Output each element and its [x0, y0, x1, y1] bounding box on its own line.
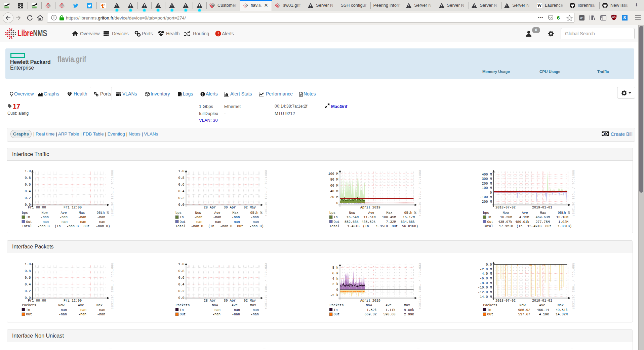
svg-text:Total: Total	[175, 225, 186, 228]
svg-text:Max: Max	[558, 304, 564, 307]
svg-text:RRDTOOL / TOBI OETIKER: RRDTOOL / TOBI OETIKER	[264, 263, 267, 310]
svg-text:RRDTOOL / TOBI OETIKER: RRDTOOL / TOBI OETIKER	[571, 263, 575, 310]
svg-text:-nan B: -nan B	[191, 225, 203, 228]
svg-text:Packets: Packets	[22, 304, 36, 307]
svg-text:Out: Out	[180, 220, 186, 224]
svg-text:-nan: -nan	[232, 313, 240, 316]
svg-text:RRDTOOL / TOBI OETIKER: RRDTOOL / TOBI OETIKER	[418, 170, 421, 217]
svg-text:Fri 00:00: Fri 00:00	[28, 299, 46, 303]
svg-text:485.52k: 485.52k	[361, 220, 375, 224]
svg-text:Ave: Ave	[386, 304, 392, 307]
svg-text:Max: Max	[404, 304, 410, 307]
svg-text:17.32TB: 17.32TB	[499, 225, 513, 228]
svg-text:1.35TB: 1.35TB	[376, 225, 388, 228]
svg-text:bps: bps	[175, 211, 182, 215]
svg-text:986.92: 986.92	[518, 308, 530, 312]
svg-text:2019-01-01: 2019-01-01	[532, 206, 552, 209]
svg-text:11.51M: 11.51M	[363, 216, 375, 219]
svg-text:2019-01-01: 2019-01-01	[532, 299, 552, 303]
svg-text:6 k: 6 k	[332, 272, 338, 275]
svg-text:Out: Out	[26, 313, 32, 316]
svg-text:æ: æ	[580, 16, 583, 20]
svg-text:Now: Now	[212, 304, 218, 307]
svg-text:20 M: 20 M	[330, 195, 338, 199]
svg-text:100 M: 100 M	[328, 172, 338, 176]
svg-text:1.0: 1.0	[178, 263, 184, 266]
svg-text:bps: bps	[483, 211, 489, 215]
svg-text:-nan: -nan	[251, 308, 259, 312]
svg-text:(In: (In	[363, 225, 369, 228]
svg-text:1.02M: 1.02M	[558, 220, 568, 224]
svg-text:RRDTOOL / TOBI OETIKER: RRDTOOL / TOBI OETIKER	[264, 170, 267, 217]
svg-text:95th %: 95th %	[558, 211, 570, 215]
svg-text:0.4: 0.4	[25, 190, 31, 193]
svg-text:1.0: 1.0	[25, 263, 31, 266]
svg-text:60 M: 60 M	[330, 184, 338, 188]
svg-text:0.6: 0.6	[25, 276, 31, 280]
svg-text:1.11k: 1.11k	[385, 308, 395, 312]
svg-text:-nan: -nan	[41, 220, 49, 224]
svg-text:9.08k: 9.08k	[404, 308, 414, 312]
svg-text:April 2019: April 2019	[360, 299, 380, 303]
svg-text:Max: Max	[232, 211, 238, 215]
svg-text:-nan: -nan	[59, 220, 68, 224]
svg-text:Ave: Ave	[61, 211, 67, 215]
svg-text:-nan: -nan	[213, 220, 221, 224]
svg-text:-nan: -nan	[97, 220, 105, 224]
svg-text:-100 M: -100 M	[480, 195, 492, 199]
svg-text:S: S	[623, 15, 626, 20]
svg-text:Ave: Ave	[522, 211, 528, 215]
svg-text:In: In	[180, 308, 184, 312]
svg-text:Total: Total	[483, 225, 493, 228]
svg-text:Max: Max	[540, 211, 546, 215]
svg-text:-nan: -nan	[41, 216, 49, 219]
svg-text:Now: Now	[519, 304, 525, 307]
svg-text:-nan: -nan	[251, 313, 259, 316]
svg-text:RRDTOOL / TOBI OETIKER: RRDTOOL / TOBI OETIKER	[571, 170, 575, 217]
svg-text:Max: Max	[96, 304, 103, 307]
svg-text:-nan B: -nan B	[37, 225, 49, 228]
svg-text:In: In	[26, 216, 30, 219]
svg-text:-nan B: -nan B	[67, 225, 79, 228]
svg-text:Out: Out	[84, 225, 90, 228]
svg-text:-nan: -nan	[213, 216, 221, 219]
svg-text:Out: Out	[334, 313, 340, 316]
svg-text:28 Apr: 28 Apr	[204, 299, 216, 303]
svg-text:13.18M: 13.18M	[556, 216, 568, 219]
svg-text:0.0: 0.0	[178, 203, 184, 207]
svg-text:14.32M: 14.32M	[556, 313, 568, 316]
svg-text:Out: Out	[392, 225, 398, 228]
svg-text:Out: Out	[180, 313, 186, 316]
svg-text:0.0: 0.0	[178, 296, 184, 300]
svg-text:634.86k: 634.86k	[401, 220, 415, 224]
svg-text:Out: Out	[237, 225, 243, 228]
svg-text:-nan: -nan	[78, 308, 86, 312]
svg-text:Out: Out	[26, 220, 32, 224]
svg-text:Out: Out	[487, 313, 493, 316]
svg-text:-nan: -nan	[78, 220, 86, 224]
svg-text:-12.0 M: -12.0 M	[478, 290, 492, 294]
svg-text:277.75M: 277.75M	[535, 220, 550, 224]
svg-text:2.99k: 2.99k	[404, 313, 414, 316]
svg-text:0: 0	[336, 201, 338, 205]
svg-text:In: In	[180, 216, 184, 219]
svg-text:30 Apr: 30 Apr	[224, 299, 236, 303]
svg-text:Now: Now	[502, 211, 509, 215]
svg-text:0.0: 0.0	[486, 263, 492, 267]
svg-text:bps: bps	[329, 211, 335, 215]
svg-text:0.6: 0.6	[178, 276, 184, 280]
svg-text:1.0: 1.0	[178, 169, 184, 173]
svg-text:40.51k: 40.51k	[556, 308, 568, 312]
svg-text:435.97k: 435.97k	[498, 220, 512, 224]
svg-text:Packets: Packets	[330, 304, 344, 307]
svg-text:-2.0 M: -2.0 M	[480, 268, 492, 271]
svg-text:15.17M: 15.17M	[403, 216, 415, 219]
svg-text:Max: Max	[386, 211, 392, 215]
svg-text:-nan: -nan	[232, 216, 240, 219]
svg-text:598.68: 598.68	[383, 313, 395, 316]
svg-text:Fri 12:00: Fri 12:00	[64, 206, 82, 209]
svg-text:0.4: 0.4	[178, 190, 184, 193]
svg-text:10.20M: 10.20M	[500, 216, 512, 219]
svg-text:0.6: 0.6	[25, 183, 31, 187]
svg-text:95th %: 95th %	[96, 211, 109, 215]
